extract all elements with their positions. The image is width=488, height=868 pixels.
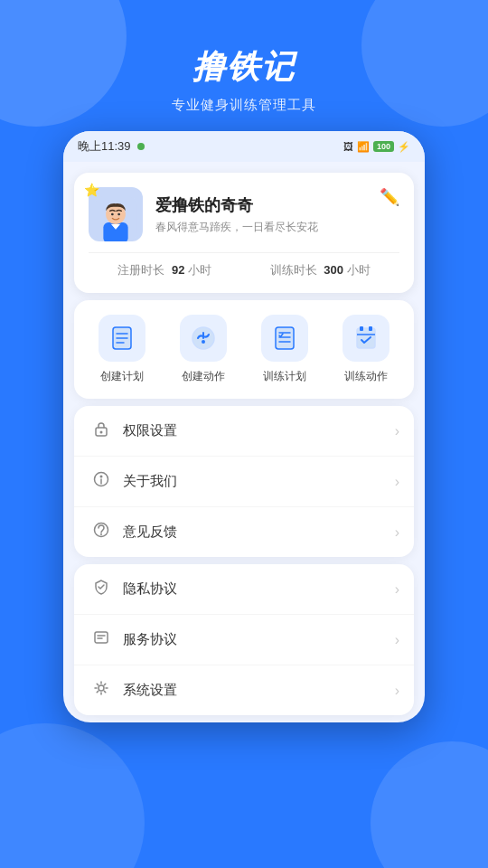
menu-icon-service: [89, 629, 114, 650]
svg-rect-27: [95, 632, 108, 643]
menu-label-privacy: 隐私协议: [123, 580, 395, 598]
svg-rect-18: [360, 326, 363, 331]
battery-icon: 100: [373, 141, 394, 152]
action-label-train-action: 训练动作: [344, 369, 388, 384]
avatar-stars: ⭐: [84, 183, 99, 197]
svg-rect-12: [276, 327, 294, 349]
svg-point-3: [111, 213, 114, 216]
menu-label-feedback: 意见反馈: [123, 524, 395, 541]
action-icon-train-plan: [261, 315, 308, 362]
app-title: 撸铁记: [0, 45, 488, 90]
stat-train: 训练时长 300 小时: [270, 262, 371, 278]
svg-point-24: [100, 476, 103, 478]
stat-register: 注册时长 92 小时: [117, 262, 211, 278]
svg-point-22: [100, 431, 103, 434]
menu-icon-privacy: [89, 579, 114, 599]
svg-point-4: [117, 213, 120, 216]
avatar-container: ⭐: [89, 187, 143, 241]
menu-arrow-feedback: ›: [395, 524, 399, 541]
profile-stats: 注册时长 92 小时 训练时长 300 小时: [89, 252, 399, 278]
wifi-icon: 📶: [357, 141, 370, 153]
status-time: 晚上11:39: [78, 138, 145, 155]
image-icon: 🖼: [343, 141, 353, 152]
action-train-plan[interactable]: 训练计划: [253, 315, 316, 384]
svg-point-26: [100, 533, 102, 535]
bg-decor-bottom-right: [371, 741, 488, 868]
menu-item-about[interactable]: 关于我们›: [74, 457, 414, 507]
profile-top: ⭐ 爱撸铁的奇奇 春风得意马蹄疾，一日看尽长安花 ✏️: [89, 187, 399, 241]
menu-arrow-permission: ›: [395, 423, 399, 439]
action-icon-create-plan: [99, 315, 145, 362]
menu-item-service[interactable]: 服务协议›: [74, 615, 414, 665]
menu-label-system: 系统设置: [123, 682, 395, 699]
menu-label-permission: 权限设置: [123, 422, 395, 439]
status-icons: 🖼 📶 100 ⚡: [343, 141, 410, 153]
menu-arrow-system: ›: [395, 683, 399, 699]
menu-label-about: 关于我们: [123, 473, 395, 490]
menu-icon-system: [89, 680, 114, 701]
menu-icon-permission: [89, 420, 114, 441]
svg-point-30: [99, 685, 104, 691]
action-label-create-action: 创建动作: [182, 369, 225, 384]
lightning-icon: ⚡: [398, 141, 410, 153]
menu-arrow-about: ›: [395, 474, 399, 490]
action-label-create-plan: 创建计划: [100, 369, 144, 384]
profile-motto: 春风得意马蹄疾，一日看尽长安花: [155, 220, 380, 235]
menu-item-permission[interactable]: 权限设置›: [74, 406, 414, 457]
app-subtitle: 专业健身训练管理工具: [0, 97, 488, 114]
menu-item-privacy[interactable]: 隐私协议›: [74, 564, 414, 615]
status-dot: [137, 143, 145, 150]
svg-point-11: [202, 340, 205, 344]
menu-arrow-privacy: ›: [395, 581, 399, 598]
phone-mockup: 晚上11:39 🖼 📶 100 ⚡: [63, 131, 425, 722]
menu-section-1: 权限设置›关于我们›意见反馈›: [74, 406, 414, 557]
menu-icon-feedback: [89, 522, 114, 542]
profile-name: 爱撸铁的奇奇: [155, 194, 380, 216]
menu-arrow-service: ›: [395, 632, 399, 648]
menu-item-system[interactable]: 系统设置›: [74, 665, 414, 715]
svg-rect-19: [369, 326, 372, 331]
profile-info: 爱撸铁的奇奇 春风得意马蹄疾，一日看尽长安花: [155, 194, 380, 235]
action-train-action[interactable]: 训练动作: [334, 315, 398, 384]
action-create-action[interactable]: 创建动作: [172, 315, 235, 384]
action-icon-train-action: [343, 315, 389, 362]
menu-item-feedback[interactable]: 意见反馈›: [74, 507, 414, 557]
menu-label-service: 服务协议: [123, 631, 395, 648]
menu-icon-about: [89, 471, 114, 492]
menu-section-2: 隐私协议›服务协议›系统设置›: [74, 564, 414, 715]
action-create-plan[interactable]: 创建计划: [90, 315, 154, 384]
edit-button[interactable]: ✏️: [380, 187, 399, 207]
bg-decor-bottom-left: [0, 723, 145, 868]
profile-card: ⭐ 爱撸铁的奇奇 春风得意马蹄疾，一日看尽长安花 ✏️ 注册时长 92 小时 训…: [74, 173, 414, 293]
action-label-train-plan: 训练计划: [263, 369, 306, 384]
header: 撸铁记 专业健身训练管理工具: [0, 0, 488, 132]
action-icon-create-action: [180, 315, 227, 362]
quick-actions: 创建计划 创建动作 训练计划 训练动作: [74, 300, 414, 399]
svg-rect-17: [357, 328, 375, 348]
status-bar: 晚上11:39 🖼 📶 100 ⚡: [63, 131, 425, 162]
